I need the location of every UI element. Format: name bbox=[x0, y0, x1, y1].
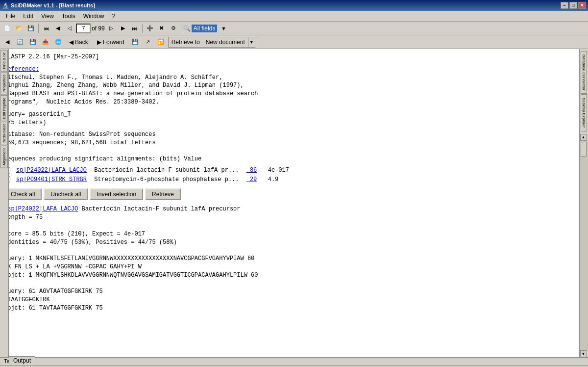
desktop-explorer-tab[interactable]: Desktop Explorer bbox=[581, 94, 587, 131]
sequence-desc-1: Bacteriocin lactacin-F subunit lafA pr..… bbox=[91, 166, 243, 175]
separator-2 bbox=[142, 24, 143, 33]
edit-peptide-tab[interactable]: Edit Peptide bbox=[0, 95, 8, 121]
retrieve-arrow[interactable]: ▼ bbox=[248, 37, 255, 48]
database-section: Database: Non-redundant SwissProt sequen… bbox=[4, 131, 575, 147]
menu-item-view[interactable]: View bbox=[37, 12, 58, 21]
alignment-id-link[interactable]: sp|P24022|LAFA_LACJO bbox=[7, 206, 78, 212]
of-label: of 99 bbox=[92, 25, 105, 32]
settings-button[interactable]: ⚙ bbox=[168, 23, 179, 34]
last-record-button[interactable]: ⏭ bbox=[129, 23, 140, 34]
content-area: BLASTP 2.2.16 [Mar-25-2007] Reference: A… bbox=[0, 49, 579, 357]
toolbar: 📄 📂 💾 ⏮ ◀ ◁ of 99 ▷ ▶ ⏭ ➕ ✖ ⚙ 🔍 All fiel… bbox=[0, 22, 588, 35]
sequence-score-2[interactable]: _29 bbox=[246, 176, 257, 184]
scroll-up-button[interactable]: ▲ bbox=[580, 134, 587, 141]
alignment-section: >sp|P24022|LAFA_LACJO Bacteriocin lactac… bbox=[4, 205, 575, 312]
search-icon: 🔍 bbox=[183, 25, 191, 32]
search-dropdown-button[interactable]: ▼ bbox=[218, 23, 229, 34]
open-button[interactable]: 📂 bbox=[14, 23, 24, 34]
back-small-button[interactable]: ◁ bbox=[64, 23, 75, 34]
menu-bar: FileEditViewToolsWindow? bbox=[0, 11, 588, 22]
title-text: SciDBMaker v1.1 - [Blast results] bbox=[11, 2, 95, 8]
check-all-button[interactable]: Check all bbox=[4, 188, 42, 200]
nav-bar: ◀ 🔄 💾 📤 🌐 ◀ Back ▶ Forward 💾 ↗ 🔁 Retriev… bbox=[0, 35, 588, 49]
score-line: Score = 85.5 bits (210), Expect = 4e-017 bbox=[4, 230, 575, 238]
find-text-tab[interactable]: Find & txt bbox=[0, 50, 8, 72]
forward-button[interactable]: ▶ Forward bbox=[94, 37, 128, 48]
database-label: Database: Non-redundant SwissProt sequen… bbox=[4, 131, 575, 139]
document-label[interactable]: New document bbox=[203, 39, 248, 46]
title-bar-left: 🔬 SciDBMaker v1.1 - [Blast results] bbox=[2, 2, 95, 9]
add-button[interactable]: ➕ bbox=[145, 23, 155, 34]
record-number-input[interactable] bbox=[76, 24, 91, 33]
back-label: Back bbox=[75, 39, 88, 46]
query-line: Query= gassericin_T bbox=[4, 110, 575, 119]
sbjct-align-1: Sbjct: 1 MKQFNYLSHKDLAVVVGGRNNWQTNVGGAVG… bbox=[4, 271, 575, 280]
retrieve-label[interactable]: Retrieve to bbox=[169, 39, 203, 46]
sequences-list: sp|P24022|LAFA_LACJO Bacteriocin lactaci… bbox=[4, 166, 575, 184]
first-record-button[interactable]: ⏮ bbox=[41, 23, 51, 34]
scroll-down-button[interactable]: ▼ bbox=[580, 350, 587, 357]
output-tab[interactable]: Output bbox=[9, 356, 35, 365]
invert-selection-button[interactable]: Invert selection bbox=[90, 188, 143, 200]
sequence-evalue-1: 4e-017 bbox=[261, 166, 289, 175]
search-field-label[interactable]: All fields bbox=[192, 25, 218, 32]
scroll-thumb[interactable] bbox=[581, 142, 587, 157]
sbjct-align-2: Sbjct: 61 TAVTAATGGFGKIRK 75 bbox=[4, 304, 575, 313]
menu-item-window[interactable]: Window bbox=[79, 12, 108, 21]
new-button[interactable]: 📄 bbox=[2, 23, 13, 34]
menu-item-edit[interactable]: Edit bbox=[19, 12, 37, 21]
ncbi-blast-tab[interactable]: NCBi blast bbox=[0, 122, 8, 145]
database-stats: 259,673 sequences; 98,621,568 total lett… bbox=[4, 139, 575, 147]
nav-export-button[interactable]: ↗ bbox=[143, 37, 153, 48]
middle-align-2: VTAATGGFGKIRK bbox=[4, 296, 575, 304]
sequence-id-2[interactable]: sp|P09401|STRK_STRGR bbox=[16, 176, 87, 184]
prev-record-button[interactable]: ◀ bbox=[52, 23, 63, 34]
buttons-bar: Check all Uncheck all Invert selection R… bbox=[4, 188, 575, 200]
nav-icon-2[interactable]: 🔄 bbox=[15, 37, 25, 48]
scroll-track bbox=[580, 141, 588, 350]
next-record-button[interactable]: ▶ bbox=[118, 23, 128, 34]
reference-text: Altschul, Stephen F., Thomas L. Madden, … bbox=[4, 74, 258, 105]
minimize-button[interactable]: − bbox=[561, 2, 568, 9]
nav-icon-1[interactable]: ◀ bbox=[2, 37, 13, 48]
status-bar: Ready. lacticin_F_lafA bbox=[0, 365, 588, 367]
query-length: (75 letters) bbox=[4, 119, 575, 127]
maximize-button[interactable]: □ bbox=[569, 2, 577, 9]
reference-section: Reference: Altschul, Stephen F., Thomas … bbox=[4, 65, 575, 106]
uncheck-all-button[interactable]: Uncheck all bbox=[44, 188, 88, 200]
database-connector-tab[interactable]: Database Connector bbox=[581, 51, 587, 94]
query-align-1: Query: 1 MKNFNTLSFETLANIVGGRNNWXXXXXXXXX… bbox=[4, 255, 575, 263]
nav-icon-4[interactable]: 📤 bbox=[40, 37, 51, 48]
separator-3 bbox=[181, 24, 181, 33]
nav-icon-3[interactable]: 💾 bbox=[27, 37, 38, 48]
nav-refresh-button[interactable]: 🔁 bbox=[155, 37, 166, 48]
alignment-tab[interactable]: Alignment bbox=[0, 146, 8, 168]
sequence-id-1[interactable]: sp|P24022|LAFA_LACJO bbox=[16, 166, 87, 175]
menu-item-?[interactable]: ? bbox=[108, 12, 120, 21]
alignment-length: Length = 75 bbox=[4, 213, 575, 222]
identities-line: Identities = 40/75 (53%), Positives = 44… bbox=[4, 238, 575, 247]
sequences-header: Sequences producing significant alignmen… bbox=[4, 155, 575, 163]
reference-link[interactable]: Reference: bbox=[4, 66, 39, 73]
menu-item-file[interactable]: File bbox=[2, 12, 19, 21]
nav-icon-5[interactable]: 🌐 bbox=[53, 37, 64, 48]
save-button[interactable]: 💾 bbox=[25, 23, 36, 34]
forward-icon: ▶ bbox=[97, 39, 101, 46]
forward-label: Forward bbox=[103, 39, 124, 46]
back-button[interactable]: ◀ Back bbox=[66, 37, 92, 48]
menu-item-tools[interactable]: Tools bbox=[58, 12, 79, 21]
title-bar-controls: − □ ✕ bbox=[561, 2, 586, 9]
sequence-score-1[interactable]: _86 bbox=[246, 166, 257, 175]
title-bar: 🔬 SciDBMaker v1.1 - [Blast results] − □ … bbox=[0, 0, 588, 11]
properties-tab[interactable]: Properties bbox=[0, 72, 8, 95]
retrieve-button[interactable]: Retrieve bbox=[145, 188, 181, 200]
app-icon: 🔬 bbox=[2, 2, 9, 9]
next-small-button[interactable]: ▷ bbox=[106, 23, 117, 34]
query-section: Query= gassericin_T (75 letters) bbox=[4, 110, 575, 127]
delete-button[interactable]: ✖ bbox=[156, 23, 167, 34]
middle-align-1: MK FN LS + LA +VGGRNNW +CGPAC GAHY+PI W bbox=[4, 263, 575, 271]
retrieve-dropdown[interactable]: Retrieve to New document ▼ bbox=[168, 37, 255, 48]
sequence-row-2: sp|P09401|STRK_STRGR Streptomycin-6-phos… bbox=[4, 176, 575, 184]
nav-save-button[interactable]: 💾 bbox=[130, 37, 141, 48]
close-button[interactable]: ✕ bbox=[578, 2, 586, 9]
